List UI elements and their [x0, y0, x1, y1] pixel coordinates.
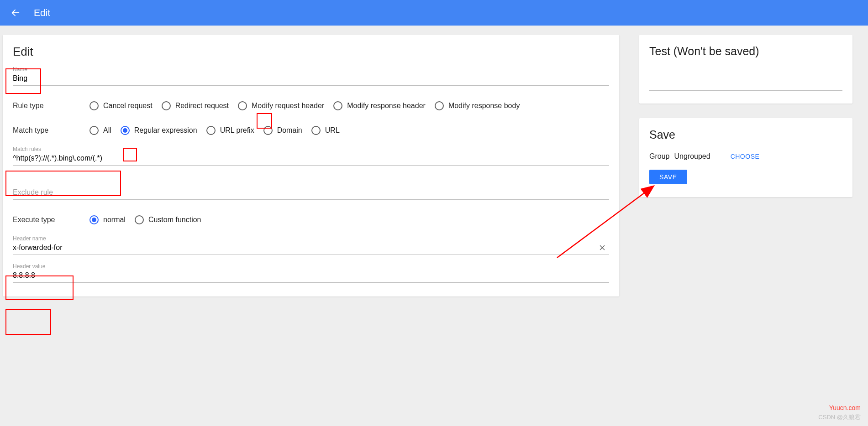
radio-modify-response-header[interactable]: Modify response header	[333, 101, 426, 110]
match-rules-label: Match rules	[13, 146, 41, 152]
header-value-label: Header value	[13, 263, 45, 270]
watermark-csdn: CSDN @久狼君	[818, 413, 861, 421]
rule-type-label: Rule type	[13, 102, 89, 110]
radio-modify-response-body[interactable]: Modify response body	[435, 101, 520, 110]
header-value-field: Header value	[13, 265, 609, 283]
radio-execute-normal[interactable]: normal	[89, 215, 126, 224]
radio-match-url[interactable]: URL	[311, 126, 340, 135]
radio-icon	[89, 126, 99, 135]
radio-icon	[135, 215, 144, 224]
header-name-field: Header name	[13, 237, 609, 255]
radio-execute-custom[interactable]: Custom function	[135, 215, 201, 224]
radio-match-domain[interactable]: Domain	[263, 126, 302, 135]
save-card: Save Group Ungrouped CHOOSE SAVE	[639, 118, 852, 197]
choose-button[interactable]: CHOOSE	[731, 153, 760, 160]
test-title: Test (Won't be saved)	[649, 45, 842, 58]
radio-icon	[89, 215, 99, 224]
radio-icon	[333, 101, 342, 110]
back-arrow-icon[interactable]	[10, 7, 21, 18]
radio-icon	[263, 126, 273, 135]
radio-icon	[311, 126, 321, 135]
match-rules-input[interactable]	[13, 148, 609, 166]
radio-icon	[206, 126, 216, 135]
annotation-box	[5, 309, 51, 335]
radio-icon	[89, 101, 99, 110]
header-value-input[interactable]	[13, 265, 609, 283]
save-title: Save	[649, 128, 842, 141]
radio-cancel-request[interactable]: Cancel request	[89, 101, 153, 110]
execute-type-label: Execute type	[13, 216, 89, 224]
header-name-label: Header name	[13, 235, 46, 242]
name-field-wrap: Name	[13, 68, 609, 86]
radio-icon	[435, 101, 444, 110]
topbar-title: Edit	[34, 7, 50, 18]
radio-match-regex[interactable]: Regular expression	[121, 126, 197, 135]
radio-icon	[238, 101, 247, 110]
watermark-yuucn: Yuucn.com	[829, 404, 861, 411]
radio-match-all[interactable]: All	[89, 126, 111, 135]
radio-modify-request-header[interactable]: Modify request header	[238, 101, 324, 110]
name-label: Name	[13, 66, 27, 73]
match-rules-field: Match rules	[13, 148, 609, 166]
test-card: Test (Won't be saved)	[639, 35, 852, 104]
radio-match-url-prefix[interactable]: URL prefix	[206, 126, 254, 135]
exclude-rule-field	[13, 182, 609, 200]
header-name-input[interactable]	[13, 237, 609, 255]
clear-header-name-icon[interactable]	[598, 244, 606, 254]
page-title: Edit	[13, 45, 609, 59]
test-input-line[interactable]	[649, 77, 842, 91]
group-label: Group	[649, 152, 669, 161]
group-value: Ungrouped	[674, 152, 710, 161]
match-type-label: Match type	[13, 126, 89, 135]
save-button[interactable]: SAVE	[649, 170, 687, 184]
name-input[interactable]	[13, 68, 609, 86]
exclude-rule-input[interactable]	[13, 182, 609, 200]
radio-icon	[162, 101, 171, 110]
edit-card: Edit Name Rule type Cancel request Redir…	[3, 35, 619, 296]
radio-icon	[121, 126, 130, 135]
radio-redirect-request[interactable]: Redirect request	[162, 101, 229, 110]
